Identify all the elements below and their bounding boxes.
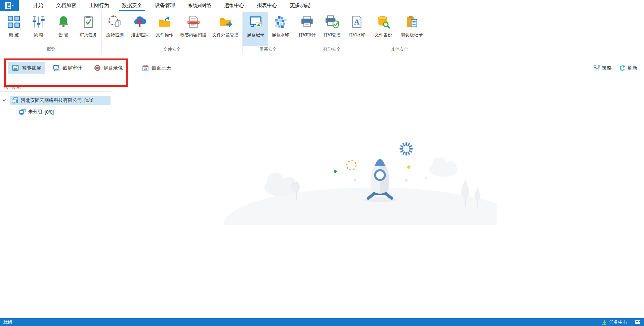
print-audit-icon (300, 15, 314, 29)
tree-node-ungrouped[interactable]: 未分组 [0/0] (0, 107, 111, 116)
menu-item-device-management[interactable]: 设备管理 (149, 0, 181, 11)
notification-window-icon[interactable] (635, 320, 641, 325)
task-center-button[interactable]: 任务中心 (602, 319, 627, 325)
tab-screenshot-audit[interactable]: 截屏审计 (49, 62, 86, 74)
ribbon-button-approval-tasks[interactable]: 审批任务 (76, 12, 101, 46)
ribbon-group-screen-security: 屏幕记录 (243, 11, 294, 54)
menu-item-ops-center[interactable]: 运维中心 (218, 0, 250, 11)
ribbon-group-label: 打印安全 (295, 46, 369, 55)
tree-node-count: [0/0] (84, 98, 93, 103)
organization-tree: 河北安固云网络科技有限公司 [0/0] 未分组 [0/0] (0, 92, 111, 116)
refresh-button[interactable]: 刷新 (619, 65, 637, 71)
tab-screen-recording[interactable]: 屏幕录像 (90, 62, 127, 74)
ribbon-button-label: 流转追溯 (106, 32, 124, 38)
ribbon-button-label: 概 览 (9, 32, 19, 38)
ribbon-button-label: 策 略 (34, 32, 44, 38)
tree-node-label: 未分组 (28, 109, 42, 115)
ribbon-button-print-audit[interactable]: 打印审计 (295, 12, 319, 46)
policy-button[interactable]: 策略 (594, 65, 612, 71)
tree-node-company[interactable]: 河北安固云网络科技有限公司 [0/0] (0, 96, 111, 105)
ribbon-group-overview: 概 览 策 略 (1, 11, 102, 54)
ribbon-button-label: 打印管控 (323, 32, 341, 38)
search-row (0, 82, 111, 92)
clipboard-record-icon (405, 15, 419, 29)
ribbon-button-print-watermark[interactable]: A 打印水印 (344, 12, 369, 46)
ribbon-button-leak-tracking[interactable]: 泄密追踪 (127, 12, 152, 46)
tab-smart-screenshot[interactable]: 智能截屏 (8, 62, 45, 74)
svg-text:A: A (354, 17, 360, 26)
ribbon-button-overview[interactable]: 概 览 (1, 12, 26, 46)
ribbon-button-label: 审批任务 (80, 32, 97, 38)
ribbon-button-label: 敏感内容扫描 (180, 32, 206, 38)
date-filter-label: 最近三天 (152, 65, 171, 71)
ribbon-group-print-security: 打印审计 打印管控 (294, 11, 370, 54)
screen-watermark-mosaic-icon (273, 15, 288, 29)
app-menu-button[interactable] (0, 0, 19, 11)
ribbon-button-sensitive-scan[interactable]: 敏感内容扫描 (177, 12, 209, 46)
tab-label: 屏幕录像 (103, 65, 123, 71)
svg-text:23: 23 (144, 67, 147, 71)
toolbar-divider (133, 64, 133, 72)
ribbon-button-print-control[interactable]: 打印管控 (319, 12, 344, 46)
ribbon-button-screen-record[interactable]: 屏幕记录 (243, 12, 268, 46)
ribbon-button-label: 文件外发管控 (212, 32, 239, 38)
tab-label: 截屏审计 (62, 65, 82, 71)
menu-item-start[interactable]: 开始 (28, 0, 49, 11)
menu-item-more-features[interactable]: 更多功能 (284, 0, 316, 11)
ribbon-button-screen-watermark[interactable]: 屏幕水印 (268, 12, 293, 46)
main-content (111, 82, 644, 318)
policy-button-label: 策略 (602, 65, 612, 71)
menu-item-data-security[interactable]: 数据安全 (116, 0, 148, 11)
ribbon-button-circulation-trace[interactable]: 流转追溯 (102, 12, 127, 46)
ribbon-button-label: 泄密追踪 (131, 32, 148, 38)
download-icon (602, 320, 607, 325)
search-input[interactable] (11, 84, 85, 89)
file-outgoing-folder-icon (218, 15, 232, 29)
ribbon-group-label: 其他安全 (371, 46, 428, 55)
content-toolbar: 智能截屏 截屏审计 屏幕录像 (0, 54, 644, 82)
approval-clipboard-icon (81, 15, 95, 29)
tab-label: 智能截屏 (22, 65, 41, 71)
computer-group-icon (19, 109, 26, 115)
print-watermark-doc-icon: A (350, 15, 364, 29)
chevron-down-icon[interactable] (2, 98, 7, 103)
ribbon-group-label: 概览 (1, 46, 101, 55)
menu-item-web-behavior[interactable]: 上网行为 (83, 0, 115, 11)
status-text: 就绪 (3, 319, 12, 325)
sensitive-content-scan-icon (186, 15, 200, 29)
application-window: 开始 文档加密 上网行为 数据安全 设备管理 系统&网络 运维中心 报表中心 更… (0, 0, 644, 326)
empty-state-illustration (208, 134, 497, 227)
menu-item-system-network[interactable]: 系统&网络 (182, 0, 217, 11)
tree-node-count: [0/0] (45, 109, 54, 115)
calendar-icon: 23 (142, 65, 149, 72)
ribbon-button-alert[interactable]: 告 警 (51, 12, 76, 46)
ribbon-button-label: 告 警 (58, 32, 69, 38)
tree-node-label: 河北安固云网络科技有限公司 (21, 97, 82, 104)
screen-record-monitor-icon (249, 15, 263, 29)
computer-group-icon (11, 97, 18, 104)
alert-bell-icon (56, 15, 71, 29)
menu-item-doc-encryption[interactable]: 文档加密 (50, 0, 82, 11)
task-center-label: 任务中心 (609, 319, 627, 325)
date-filter-recent-three-days[interactable]: 23 最近三天 (138, 62, 175, 74)
ribbon-group-label: 屏幕安全 (243, 46, 293, 55)
policy-sliders-icon (32, 15, 46, 29)
ribbon-button-label: 文件备份 (375, 32, 392, 38)
refresh-icon (619, 65, 626, 71)
policy-sliders-icon (594, 65, 600, 71)
ribbon-button-file-outgoing[interactable]: 文件外发管控 (209, 12, 242, 46)
menu-item-report-center[interactable]: 报表中心 (251, 0, 283, 11)
ribbon-button-file-backup[interactable]: 文件备份 (371, 12, 396, 46)
status-bar-right: 任务中心 (602, 319, 641, 325)
ribbon-group-other-security: 文件备份 剪切板记录 其他安全 (370, 11, 429, 54)
device-tree-panel: 河北安固云网络科技有限公司 [0/0] 未分组 [0/0] (0, 82, 111, 318)
ribbon-button-label: 文件操作 (156, 32, 173, 38)
ribbon-group-label: 文件安全 (102, 46, 242, 55)
ribbon-button-clipboard-record[interactable]: 剪切板记录 (396, 12, 428, 46)
ribbon-button-file-operation[interactable]: 文件操作 (152, 12, 177, 46)
ribbon-button-label: 剪切板记录 (401, 32, 423, 38)
ribbon-button-label: 打印审计 (298, 32, 316, 38)
ribbon-button-policy[interactable]: 策 略 (26, 12, 51, 46)
ribbon-group-file-security: 流转追溯 泄密追踪 (102, 11, 243, 54)
ribbon-button-label: 屏幕水印 (272, 32, 289, 38)
